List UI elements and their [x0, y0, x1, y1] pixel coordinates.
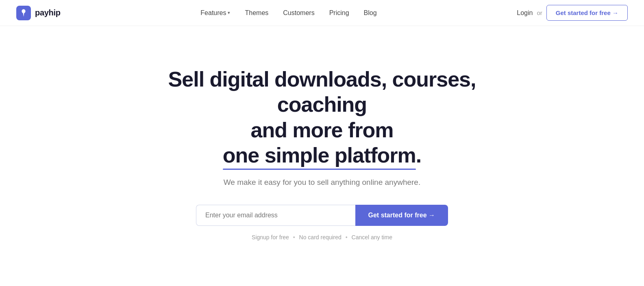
- hero-section: Sell digital downloads, courses, coachin…: [0, 26, 644, 265]
- nav-item-pricing[interactable]: Pricing: [329, 9, 349, 17]
- or-separator: or: [537, 9, 542, 16]
- features-link[interactable]: Features ▾: [200, 9, 230, 17]
- hero-subtext: We make it easy for you to sell anything…: [224, 178, 420, 187]
- nav-links: Features ▾ Themes Customers Pricing Blog: [200, 9, 376, 17]
- logo-icon: [16, 6, 31, 20]
- blog-link[interactable]: Blog: [364, 9, 377, 16]
- headline-part2: and more from: [250, 118, 393, 142]
- hero-headline: Sell digital downloads, courses, coachin…: [163, 67, 481, 168]
- headline-end: .: [416, 143, 421, 167]
- login-link[interactable]: Login: [517, 9, 533, 17]
- email-input[interactable]: [196, 205, 355, 226]
- nav-item-themes[interactable]: Themes: [245, 9, 268, 17]
- nav-right: Login or Get started for free →: [517, 5, 628, 21]
- nav-cta-label: Get started for free →: [556, 9, 618, 16]
- logo-text: payhip: [35, 8, 61, 17]
- chevron-down-icon: ▾: [228, 10, 230, 15]
- nav-item-customers[interactable]: Customers: [283, 9, 314, 17]
- customers-link[interactable]: Customers: [283, 9, 314, 16]
- signup-note: Signup for free • No card required • Can…: [252, 234, 392, 240]
- navbar: payhip Features ▾ Themes Customers Prici…: [0, 0, 644, 26]
- themes-label: Themes: [245, 9, 268, 16]
- customers-label: Customers: [283, 9, 314, 16]
- headline-underline: one simple platform: [223, 143, 416, 168]
- cta-filled-label: Get started for free →: [368, 212, 435, 219]
- nav-cta-button[interactable]: Get started for free →: [546, 5, 628, 21]
- payhip-logo-svg: [19, 9, 28, 17]
- headline-part1: Sell digital downloads, courses, coachin…: [168, 67, 476, 116]
- logo-link[interactable]: payhip: [16, 6, 61, 20]
- pricing-label: Pricing: [329, 9, 349, 16]
- nav-item-features[interactable]: Features ▾: [200, 9, 230, 17]
- pricing-link[interactable]: Pricing: [329, 9, 349, 16]
- themes-link[interactable]: Themes: [245, 9, 268, 16]
- cta-filled-button[interactable]: Get started for free →: [355, 205, 448, 226]
- note-part2: No card required: [299, 234, 342, 240]
- note-sep2: •: [346, 234, 348, 240]
- email-cta-row: Get started for free →: [196, 205, 448, 226]
- login-label: Login: [517, 9, 533, 16]
- note-part1: Signup for free: [252, 234, 289, 240]
- blog-label: Blog: [364, 9, 377, 16]
- features-label: Features: [200, 9, 226, 17]
- nav-item-blog[interactable]: Blog: [364, 9, 377, 17]
- note-part3: Cancel any time: [352, 234, 392, 240]
- note-sep1: •: [293, 234, 295, 240]
